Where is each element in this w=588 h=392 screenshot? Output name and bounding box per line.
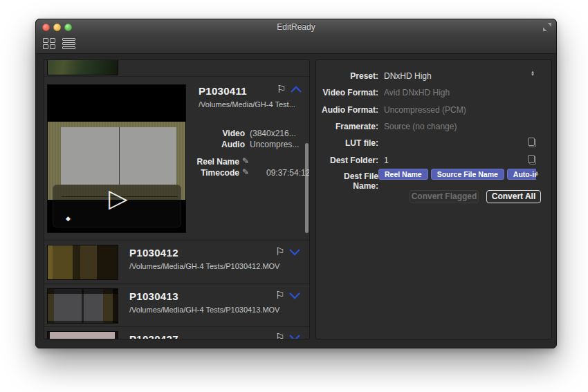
clip-name: P1030411 — [199, 85, 247, 97]
play-icon[interactable]: ▷ — [109, 186, 128, 211]
dest-file-name-tokens: Reel Name Source File Name Auto-incremen… — [378, 169, 536, 181]
edit-pencil-icon[interactable]: ✎ — [242, 157, 249, 167]
flag-icon[interactable]: ⚐ — [275, 246, 284, 256]
grid-view-icon[interactable] — [43, 38, 56, 50]
lut-file-label: LUT file: — [316, 138, 378, 148]
preset-stepper[interactable]: ▲ ▼ — [531, 71, 535, 76]
collapse-chevron-up-icon[interactable] — [290, 86, 302, 93]
clip-name: P1030427 — [129, 333, 178, 339]
title-bar[interactable]: EditReady — [36, 19, 556, 35]
clip-thumbnail[interactable] — [47, 245, 118, 280]
framerate-label: Framerate: — [316, 122, 378, 131]
audio-format-label: Audio Format: — [316, 105, 378, 115]
token-source-file-name[interactable]: Source File Name — [431, 169, 504, 180]
clip-row[interactable]: P1030427 ⚐ — [44, 326, 309, 339]
choose-dest-folder-icon[interactable] — [528, 155, 535, 163]
stepper-down-icon: ▼ — [535, 174, 539, 176]
reel-name-row: Reel Name ✎ — [141, 157, 249, 167]
expand-chevron-down-icon[interactable] — [288, 334, 301, 339]
clip-row-expanded[interactable]: ▷ ◆ P1030411 ⚐ /Volumes/Media/GH-4 Test.… — [44, 76, 309, 240]
clip-path: /Volumes/Media/GH-4 Test... — [199, 100, 302, 109]
clip-thumbnail[interactable] — [47, 59, 118, 75]
preset-value[interactable]: DNxHD High — [384, 71, 432, 81]
video-format-value: Avid DNxHD High — [384, 88, 450, 97]
desktop: EditReady — [0, 0, 588, 392]
flag-icon[interactable]: ⚐ — [275, 290, 284, 300]
dest-folder-value[interactable]: 1 — [384, 156, 389, 165]
list-bar — [62, 38, 75, 41]
clip-name: P1030413 — [129, 290, 178, 302]
dest-folder-label: Dest Folder: — [316, 156, 378, 165]
clip-thumbnail[interactable] — [47, 331, 118, 339]
clip-row-partial[interactable] — [44, 60, 309, 76]
dest-file-name-label: Dest File Name: — [316, 171, 378, 191]
grid-cell — [50, 38, 55, 43]
convert-flagged-button[interactable]: Convert Flagged — [410, 190, 479, 203]
flag-icon[interactable]: ⚐ — [275, 332, 284, 339]
stepper-down-icon: ▼ — [531, 73, 535, 76]
grid-cell — [43, 38, 48, 43]
clip-list-panel: ▷ ◆ P1030411 ⚐ /Volumes/Media/GH-4 Test.… — [44, 59, 310, 339]
preset-label: Preset: — [316, 71, 378, 81]
token-stepper[interactable]: ▲ ▼ — [535, 171, 539, 176]
clip-thumbnail[interactable] — [47, 288, 118, 324]
edit-pencil-icon[interactable]: ✎ — [242, 168, 249, 178]
grid-cell — [43, 44, 48, 49]
editready-window: EditReady — [35, 19, 557, 348]
settings-panel: Preset: DNxHD High ▲ ▼ Video Format: Avi… — [315, 59, 552, 339]
audio-format-value: Uncompressed (PCM) — [384, 105, 466, 115]
token-reel-name[interactable]: Reel Name — [378, 169, 428, 180]
timecode-row: Timecode ✎ — [141, 168, 249, 178]
framerate-value: Source (no change) — [384, 122, 457, 131]
expand-chevron-down-icon[interactable] — [288, 248, 301, 256]
reel-name-label: Reel Name — [197, 157, 239, 167]
token-auto-increment[interactable]: Auto-increment — [507, 169, 536, 180]
list-view-icon[interactable] — [62, 38, 75, 50]
convert-all-button[interactable]: Convert All — [486, 190, 541, 203]
expand-chevron-down-icon[interactable] — [288, 292, 301, 299]
timecode-value: 09:37:54:12 — [266, 168, 310, 178]
clip-name: P1030412 — [129, 247, 178, 259]
list-bar — [62, 46, 75, 49]
clip-row[interactable]: P1030412 /Volumes/Media/GH-4 Tests/P1030… — [44, 240, 309, 283]
clip-row[interactable]: P1030413 /Volumes/Media/GH-4 Tests/P1030… — [44, 283, 309, 326]
list-bar — [62, 42, 75, 45]
flag-icon[interactable]: ⚐ — [277, 84, 286, 94]
video-value: (3840x216... — [250, 129, 296, 138]
toolbar — [36, 35, 556, 54]
clip-path: /Volumes/Media/GH-4 Tests/P1030413.MOV — [129, 306, 288, 314]
scrollbar-thumb[interactable] — [305, 143, 309, 233]
grid-cell — [50, 44, 55, 49]
choose-lut-file-icon[interactable] — [528, 138, 535, 146]
window-title: EditReady — [36, 22, 556, 32]
timecode-label: Timecode — [201, 168, 239, 178]
video-format-label: Video Format: — [316, 88, 378, 97]
clip-path: /Volumes/Media/GH-4 Tests/P1030412.MOV — [129, 262, 288, 270]
fullscreen-icon[interactable] — [543, 23, 551, 31]
audio-label: Audio — [169, 140, 245, 149]
video-label: Video — [169, 129, 245, 138]
scrubber-marker-icon[interactable]: ◆ — [66, 215, 71, 222]
audio-value: Uncompres... — [250, 140, 299, 149]
